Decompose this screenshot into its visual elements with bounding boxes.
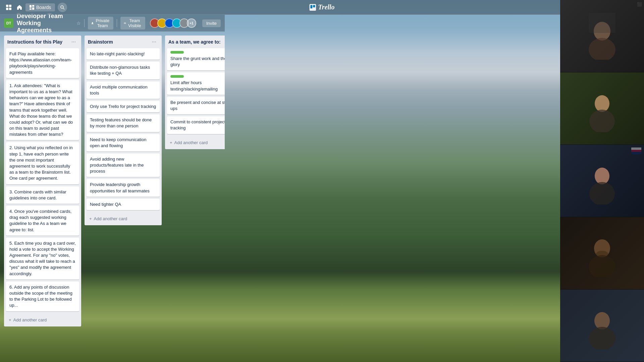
svg-rect-1 bbox=[9, 5, 11, 7]
search-button[interactable] bbox=[58, 3, 67, 12]
video-cell-2 bbox=[560, 72, 644, 145]
person-silhouette-3 bbox=[582, 158, 622, 204]
list-header-instructions: Instructions for this Play ··· bbox=[4, 36, 81, 48]
video-cell-1: ⬛ bbox=[560, 0, 644, 72]
list-footer-brainstorm: + Add another card bbox=[85, 212, 162, 225]
svg-rect-7 bbox=[30, 8, 32, 10]
add-card-button-agreements[interactable]: + Add another card bbox=[167, 138, 225, 147]
list-footer-agreements: + Add another card bbox=[165, 136, 225, 149]
card-agreements-2[interactable]: Limit after hours texting/slacking/email… bbox=[167, 72, 225, 95]
svg-rect-2 bbox=[6, 8, 8, 10]
list-header-brainstorm: Brainstorm ··· bbox=[85, 36, 162, 48]
card-label-green-1 bbox=[170, 51, 184, 54]
list-menu-button-instructions[interactable]: ··· bbox=[69, 38, 78, 46]
plus-icon-brainstorm: + bbox=[89, 216, 92, 221]
card-instructions-5[interactable]: 4. Once you've combined cards, drag each… bbox=[6, 206, 79, 236]
invite-button[interactable]: Invite bbox=[202, 19, 221, 27]
svg-point-21 bbox=[589, 255, 615, 277]
card-brainstorm-9[interactable]: Need tighter QA bbox=[87, 199, 160, 210]
svg-rect-12 bbox=[313, 5, 315, 7]
video-panel: ⬛ bbox=[560, 0, 644, 362]
video-cell-3 bbox=[560, 145, 644, 217]
svg-point-18 bbox=[595, 168, 609, 184]
board-area: Instructions for this Play ··· Full Play… bbox=[0, 32, 225, 362]
divider-2 bbox=[117, 19, 117, 27]
board-title: Developer Team Working Agreements bbox=[17, 13, 73, 34]
team-visible-button[interactable]: Team Visible bbox=[120, 17, 145, 29]
card-brainstorm-8[interactable]: Provide leadership growth opportunities … bbox=[87, 179, 160, 196]
svg-rect-0 bbox=[6, 5, 8, 7]
svg-point-19 bbox=[589, 182, 615, 204]
svg-line-9 bbox=[63, 8, 65, 9]
member-avatars: +1 bbox=[150, 18, 196, 28]
svg-rect-11 bbox=[310, 5, 312, 8]
svg-point-16 bbox=[595, 95, 609, 112]
divider bbox=[84, 19, 85, 27]
person-silhouette-2 bbox=[582, 85, 622, 132]
list-title-instructions: Instructions for this Play bbox=[7, 39, 62, 45]
flag-decoration bbox=[631, 147, 641, 154]
grid-icon[interactable] bbox=[4, 3, 13, 12]
card-instructions-7[interactable]: 6. Add any points of discussion outside … bbox=[6, 282, 79, 311]
person-silhouette-1 bbox=[582, 13, 622, 60]
plus-icon: + bbox=[9, 317, 11, 322]
card-brainstorm-5[interactable]: Testing features should be done by more … bbox=[87, 114, 160, 132]
card-agreements-3[interactable]: Be present and concise at stand-ups bbox=[167, 97, 225, 114]
card-instructions-4[interactable]: 3. Combine cards with similar guidelines… bbox=[6, 186, 79, 204]
star-icon[interactable]: ☆ bbox=[76, 20, 81, 26]
video-cell-5 bbox=[560, 290, 644, 362]
svg-rect-6 bbox=[32, 7, 34, 10]
add-card-button-brainstorm[interactable]: + Add another card bbox=[87, 214, 160, 223]
add-card-button-instructions[interactable]: + Add another card bbox=[6, 315, 79, 324]
avatar-count[interactable]: +1 bbox=[187, 18, 196, 28]
svg-point-8 bbox=[61, 6, 63, 8]
boards-button[interactable]: Boards bbox=[25, 3, 55, 11]
video-screen-icon: ⬛ bbox=[637, 2, 642, 7]
workspace-icon: DT bbox=[4, 18, 13, 28]
svg-rect-5 bbox=[32, 5, 34, 7]
card-instructions-1[interactable]: Full Play available here: https://www.at… bbox=[6, 48, 79, 78]
person-silhouette-5 bbox=[582, 302, 622, 349]
svg-rect-15 bbox=[589, 13, 615, 33]
board-header: DT Developer Team Working Agreements ☆ P… bbox=[0, 15, 225, 32]
svg-point-22 bbox=[596, 251, 608, 257]
svg-rect-4 bbox=[30, 5, 32, 8]
card-instructions-2[interactable]: 1. Ask attendees: "What is important to … bbox=[6, 80, 79, 140]
card-brainstorm-3[interactable]: Avoid multiple communication tools bbox=[87, 81, 160, 99]
list-menu-button-brainstorm[interactable]: ··· bbox=[150, 38, 158, 46]
list-brainstorm: Brainstorm ··· No late-night panic-slack… bbox=[85, 36, 162, 225]
list-title-agreements: As a team, we agree to: bbox=[168, 39, 221, 45]
list-agreements: As a team, we agree to: ··· Share the gr… bbox=[165, 36, 225, 149]
list-title-brainstorm: Brainstorm bbox=[88, 39, 113, 45]
card-label-green-2 bbox=[170, 75, 184, 78]
svg-rect-3 bbox=[9, 8, 11, 10]
video-cell-4 bbox=[560, 217, 644, 290]
card-agreements-4[interactable]: Commit to consistent project tracking bbox=[167, 116, 225, 134]
trello-logo: Trello bbox=[309, 3, 334, 11]
home-icon[interactable] bbox=[15, 3, 24, 12]
list-header-agreements: As a team, we agree to: ··· bbox=[165, 36, 225, 48]
list-footer-instructions: + Add another card bbox=[4, 313, 81, 326]
trello-wordmark: Trello bbox=[318, 3, 334, 11]
plus-icon-agreements: + bbox=[170, 140, 172, 145]
card-instructions-3[interactable]: 2. Using what you reflected on in step 1… bbox=[6, 142, 79, 184]
svg-point-14 bbox=[589, 38, 615, 60]
svg-point-17 bbox=[589, 110, 615, 132]
card-brainstorm-1[interactable]: No late-night panic-slacking! bbox=[87, 48, 160, 60]
svg-point-24 bbox=[589, 327, 615, 349]
top-nav: Boards Trello bbox=[0, 0, 644, 15]
card-brainstorm-4[interactable]: Only use Trello for project tracking bbox=[87, 101, 160, 112]
list-cards-brainstorm: No late-night panic-slacking! Distribute… bbox=[85, 48, 162, 212]
card-brainstorm-2[interactable]: Distribute non-glamorous tasks like test… bbox=[87, 62, 160, 79]
card-brainstorm-6[interactable]: Need to keep communication open and flow… bbox=[87, 134, 160, 152]
card-instructions-6[interactable]: 5. Each time you drag a card over, hold … bbox=[6, 238, 79, 280]
list-cards-agreements: Share the grunt work and the glory Limit… bbox=[165, 48, 225, 136]
list-instructions: Instructions for this Play ··· Full Play… bbox=[4, 36, 81, 326]
private-team-button[interactable]: Private Team bbox=[88, 17, 113, 29]
card-brainstorm-7[interactable]: Avoid adding new products/features late … bbox=[87, 154, 160, 177]
list-cards-instructions: Full Play available here: https://www.at… bbox=[4, 48, 81, 313]
card-agreements-1[interactable]: Share the grunt work and the glory bbox=[167, 48, 225, 70]
person-silhouette-4 bbox=[582, 230, 622, 277]
